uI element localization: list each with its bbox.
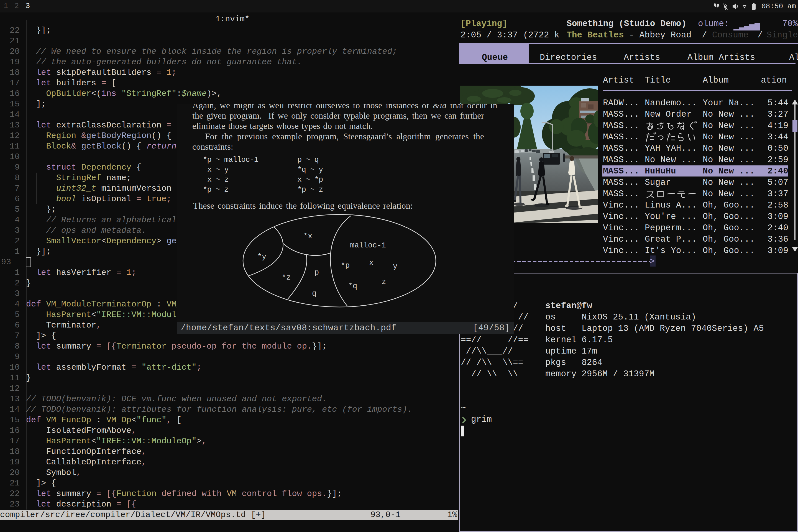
svg-text:q: q xyxy=(312,289,317,298)
svg-text:*y: *y xyxy=(258,253,266,261)
svg-text:p: p xyxy=(315,268,319,277)
svg-text:z: z xyxy=(382,278,386,286)
svg-text:*p: *p xyxy=(341,262,350,270)
svg-text:*x: *x xyxy=(303,232,312,241)
svg-text:y: y xyxy=(393,262,397,271)
svg-text:x: x xyxy=(369,259,374,267)
svg-text:*q: *q xyxy=(348,282,357,290)
svg-text:*z: *z xyxy=(282,273,291,282)
svg-text:malloc-1: malloc-1 xyxy=(350,241,386,250)
